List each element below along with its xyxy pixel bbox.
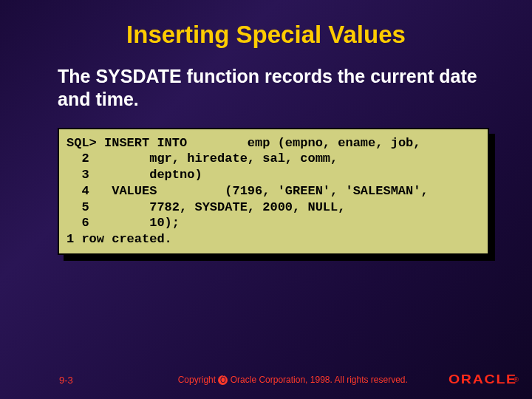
code-line-5: 5 7782, SYSDATE, 2000, NULL, bbox=[66, 200, 345, 214]
code-line-6: 6 10); bbox=[66, 216, 180, 230]
footer: 9-3 Copyright Ó Oracle Corporation, 1998… bbox=[0, 372, 532, 387]
oracle-logo: ORACLE® bbox=[453, 372, 519, 387]
slide-subtitle: The SYSDATE function records the current… bbox=[58, 65, 480, 112]
logo-text: ORACLE bbox=[449, 372, 517, 387]
slide-title: Inserting Special Values bbox=[0, 0, 532, 65]
copyright-suffix: Oracle Corporation, 1998. All rights res… bbox=[228, 375, 407, 385]
code-line-1: SQL> INSERT INTO emp (empno, ename, job, bbox=[66, 136, 420, 150]
copyright-icon: Ó bbox=[218, 375, 228, 385]
code-line-7: 1 row created. bbox=[66, 232, 172, 246]
code-line-4: 4 VALUES (7196, 'GREEN', 'SALESMAN', bbox=[66, 184, 429, 198]
code-line-2: 2 mgr, hiredate, sal, comm, bbox=[66, 151, 338, 166]
code-line-3: 3 deptno) bbox=[66, 168, 202, 182]
copyright-text: Copyright Ó Oracle Corporation, 1998. Al… bbox=[133, 375, 453, 385]
page-number: 9-3 bbox=[59, 375, 133, 386]
code-content: SQL> INSERT INTO emp (empno, ename, job,… bbox=[58, 128, 489, 255]
copyright-prefix: Copyright bbox=[178, 375, 219, 385]
code-block: SQL> INSERT INTO emp (empno, ename, job,… bbox=[58, 128, 489, 255]
